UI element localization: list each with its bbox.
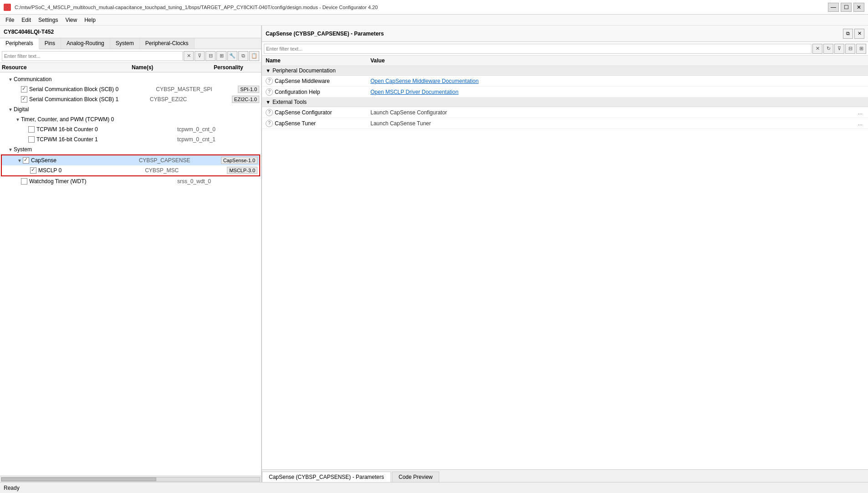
tab-peripheral-clocks[interactable]: Peripheral-Clocks: [140, 38, 195, 49]
col-header-personality: Personality: [214, 64, 259, 71]
name-counter1: tcpwm_0_cnt_1: [177, 136, 259, 143]
tab-system[interactable]: System: [110, 38, 140, 49]
personality-msclp0: MSCLP-3.0: [227, 168, 257, 173]
title-text: C:/mtw/PSoC_4_MSCLP_multitouch_mutual-ca…: [15, 5, 378, 10]
bottom-tab-parameters[interactable]: CapSense (CYBSP_CAPSENSE) - Parameters: [262, 472, 391, 482]
param-row-capsense-configurator: ? CapSense Configurator Launch CapSense …: [262, 107, 868, 118]
expand-icon-capsense: ▼: [16, 158, 23, 163]
menu-view[interactable]: View: [62, 16, 81, 24]
checkbox-counter1[interactable]: [28, 136, 35, 143]
section-external-tools[interactable]: ▼ External Tools: [262, 98, 868, 107]
label-scb0: Serial Communication Block (SCB) 0: [29, 86, 156, 92]
tree-section-communication[interactable]: ▼ Communication: [0, 74, 261, 84]
name-wdt: srss_0_wdt_0: [177, 178, 259, 185]
tree-item-counter0[interactable]: TCPWM 16-bit Counter 0 tcpwm_0_cnt_0: [0, 124, 261, 134]
restore-button[interactable]: ⧉: [843, 29, 853, 39]
section-peripheral-docs[interactable]: ▼ Peripheral Documentation: [262, 66, 868, 76]
right-filter-input[interactable]: [264, 44, 812, 54]
copy-button[interactable]: ⧉: [238, 51, 248, 61]
help-icon-middleware[interactable]: ?: [266, 77, 273, 85]
more-btn-tuner[interactable]: ...: [858, 120, 864, 127]
help-icon-config[interactable]: ?: [266, 88, 273, 96]
right-collapse-all[interactable]: ⊟: [845, 44, 855, 54]
label-tcpwm: Timer, Counter, and PWM (TCPWM) 0: [21, 116, 259, 123]
tree-section-system[interactable]: ▼ System: [0, 144, 261, 154]
right-header-controls: ⧉ ✕: [843, 29, 864, 39]
column-headers: Resource Name(s) Personality: [0, 63, 261, 72]
tree-item-scb1[interactable]: Serial Communication Block (SCB) 1 CYBSP…: [0, 94, 261, 104]
section-label-external-tools: External Tools: [272, 99, 307, 105]
right-refresh[interactable]: ↻: [823, 44, 833, 54]
link-msclp-driver-docs[interactable]: Open MSCLP Driver Documentation: [370, 89, 458, 95]
tab-pins[interactable]: Pins: [39, 38, 61, 49]
right-expand-all[interactable]: ⊞: [856, 44, 866, 54]
col-header-resource: Resource: [2, 64, 132, 71]
expand-peripheral-docs: ▼: [266, 68, 271, 73]
bottom-tabs: CapSense (CYBSP_CAPSENSE) - Parameters C…: [262, 469, 868, 482]
horizontal-scrollbar[interactable]: [0, 476, 261, 482]
tree-item-counter1[interactable]: TCPWM 16-bit Counter 1 tcpwm_0_cnt_1: [0, 134, 261, 144]
tree-item-wdt[interactable]: Watchdog Timer (WDT) srss_0_wdt_0: [0, 176, 261, 186]
paste-button[interactable]: 📋: [249, 51, 259, 61]
help-icon-tuner[interactable]: ?: [266, 120, 273, 127]
param-row-capsense-tuner: ? CapSense Tuner Launch CapSense Tuner .…: [262, 118, 868, 129]
checkbox-capsense[interactable]: [23, 157, 29, 164]
tree-item-scb0[interactable]: Serial Communication Block (SCB) 0 CYBSP…: [0, 84, 261, 94]
col-header-names: Name(s): [132, 64, 214, 71]
name-scb1: CYBSP_EZI2C: [150, 96, 232, 103]
tabs-bar: Peripherals Pins Analog-Routing System P…: [0, 38, 261, 49]
section-label-communication: Communication: [14, 76, 259, 82]
tree-item-msclp0[interactable]: MSCLP 0 CYBSP_MSC MSCLP-3.0: [2, 165, 259, 175]
link-capsense-middleware-docs[interactable]: Open CapSense Middleware Documentation: [370, 78, 478, 84]
param-name-config: Configuration Help: [275, 89, 320, 95]
checkbox-scb0[interactable]: [21, 86, 27, 92]
right-filter-btn[interactable]: ⊽: [834, 44, 844, 54]
expand-icon-communication: ▼: [7, 77, 14, 82]
name-counter0: tcpwm_0_cnt_0: [177, 126, 259, 133]
right-filter-bar: ✕ ↻ ⊽ ⊟ ⊞: [262, 42, 868, 56]
tree-item-capsense[interactable]: ▼ CapSense CYBSP_CAPSENSE CapSense-1.0: [2, 155, 259, 165]
title-bar: C:/mtw/PSoC_4_MSCLP_multitouch_mutual-ca…: [0, 0, 868, 15]
close-button[interactable]: ✕: [853, 3, 864, 12]
label-counter1: TCPWM 16-bit Counter 1: [36, 136, 177, 143]
close-right-button[interactable]: ✕: [854, 29, 864, 39]
more-btn-configurator[interactable]: ...: [858, 109, 864, 116]
personality-scb0: SPI-1.0: [238, 87, 259, 92]
name-capsense: CYBSP_CAPSENSE: [139, 157, 221, 164]
minimize-button[interactable]: —: [828, 3, 839, 12]
collapse-all-button[interactable]: ⊟: [205, 51, 216, 61]
tools-button[interactable]: 🔧: [227, 51, 237, 61]
param-name-configurator: CapSense Configurator: [275, 109, 332, 116]
menu-file[interactable]: File: [2, 16, 18, 24]
checkbox-msclp0[interactable]: [30, 167, 36, 174]
right-clear-filter[interactable]: ✕: [812, 44, 822, 54]
help-icon-configurator[interactable]: ?: [266, 109, 273, 116]
label-msclp0: MSCLP 0: [38, 167, 145, 174]
clear-filter-button[interactable]: ✕: [184, 51, 194, 61]
menu-help[interactable]: Help: [81, 16, 99, 24]
bottom-tab-code-preview[interactable]: Code Preview: [392, 472, 440, 482]
params-col-name-header: Name: [266, 57, 370, 64]
tab-analog-routing[interactable]: Analog-Routing: [61, 38, 110, 49]
checkbox-counter0[interactable]: [28, 126, 35, 133]
expand-external-tools: ▼: [266, 99, 271, 105]
tab-peripherals[interactable]: Peripherals: [0, 38, 39, 49]
menu-edit[interactable]: Edit: [18, 16, 35, 24]
left-filter-input[interactable]: [2, 51, 183, 61]
expand-all-button[interactable]: ⊞: [216, 51, 226, 61]
params-col-value-header: Value: [370, 57, 864, 64]
checkbox-scb1[interactable]: [21, 96, 27, 103]
app-icon: [4, 4, 11, 11]
section-label-peripheral-docs: Peripheral Documentation: [272, 67, 336, 74]
expand-icon-system: ▼: [7, 147, 14, 152]
checkbox-wdt[interactable]: [21, 178, 27, 185]
filter-button[interactable]: ⊽: [195, 51, 205, 61]
expand-icon-tcpwm: ▼: [15, 117, 21, 122]
personality-capsense: CapSense-1.0: [221, 158, 257, 163]
tree-section-digital[interactable]: ▼ Digital: [0, 104, 261, 114]
left-toolbar: ✕ ⊽ ⊟ ⊞ 🔧 ⧉ 📋: [0, 49, 261, 63]
panels-row: CY8C4046LQI-T452 Peripherals Pins Analog…: [0, 26, 868, 482]
tree-subsection-tcpwm[interactable]: ▼ Timer, Counter, and PWM (TCPWM) 0: [0, 114, 261, 124]
maximize-button[interactable]: ☐: [841, 3, 852, 12]
menu-settings[interactable]: Settings: [35, 16, 62, 24]
